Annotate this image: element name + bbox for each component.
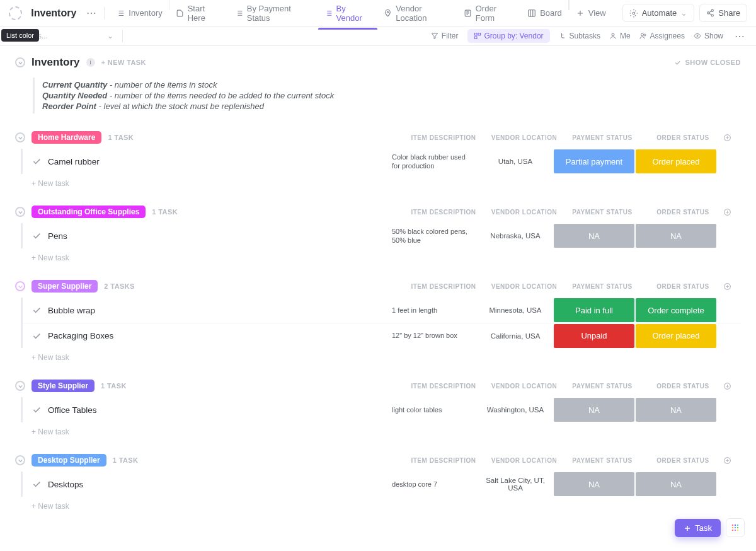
group-tag[interactable]: Style Supplier [32,380,94,392]
payment-status[interactable]: NA [554,398,634,422]
svg-point-21 [737,525,738,526]
task-row[interactable]: Bubble wrap1 feet in lengthMinnesota, US… [23,298,741,323]
new-task-fab[interactable]: Task [675,519,721,537]
group-collapse-icon[interactable] [15,132,25,142]
vendor-location: Washington, USA [478,406,553,414]
new-task-button[interactable]: + New task [15,174,741,188]
new-task-button[interactable]: + New task [15,248,741,262]
tab-order-form[interactable]: ◢Order Form [457,0,521,29]
col-item-description: ITEM DESCRIPTION [401,283,486,290]
col-payment-status: PAYMENT STATUS [562,383,643,390]
order-status[interactable]: Order complete [636,298,716,322]
task-row[interactable]: Pens50% black colored pens, 50% blueNebr… [23,223,741,248]
me-button[interactable]: Me [609,32,631,40]
task-count: 1 TASK [108,134,134,141]
subtasks-icon [559,32,566,40]
users-icon [639,32,647,40]
new-task-button[interactable]: + New task [15,348,741,362]
apps-menu-fab[interactable] [726,518,745,537]
check-icon [674,59,681,66]
group-tag[interactable]: Super Supplier [32,280,98,293]
task-row[interactable]: Packaging Boxes12" by 12" brown boxCalif… [23,323,741,348]
tab-inventory[interactable]: Inventory [110,0,168,29]
add-column-button[interactable] [723,208,741,216]
info-icon[interactable]: i [86,58,95,67]
task-check-icon[interactable] [32,405,42,415]
col-payment-status: PAYMENT STATUS [562,283,643,290]
svg-point-11 [641,33,643,36]
list-name: Inventory [32,56,80,69]
svg-point-12 [644,34,646,36]
new-task-button[interactable]: + New task [15,422,741,436]
payment-status[interactable]: Paid in full [554,298,634,322]
task-check-icon[interactable] [32,305,42,315]
subtasks-button[interactable]: Subtasks [559,32,600,40]
payment-status[interactable]: Partial payment [554,149,634,173]
show-closed-button[interactable]: SHOW CLOSED [674,59,741,66]
tab-start-here[interactable]: ◢Start Here [169,0,229,29]
apps-icon [731,523,740,532]
add-column-button[interactable] [723,134,741,142]
groupby-button[interactable]: Group by: Vendor [467,29,550,43]
search-dropdown-icon[interactable]: ⌄ [107,32,113,40]
group-collapse-icon[interactable] [15,455,25,465]
page-title: Inventory [31,8,76,19]
order-status[interactable]: Order placed [636,324,716,348]
user-icon [609,32,617,40]
order-status[interactable]: Order placed [636,149,716,173]
add-column-button[interactable] [723,282,741,291]
payment-status[interactable]: NA [554,224,634,248]
svg-point-25 [732,530,733,531]
group-collapse-icon[interactable] [15,281,25,291]
group-tag[interactable]: Outstanding Office Supplies [32,206,146,218]
order-status[interactable]: NA [636,398,716,422]
order-status[interactable]: NA [636,224,716,248]
automate-button[interactable]: Automate ⌄ [622,4,695,22]
svg-point-13 [697,35,698,37]
task-count: 1 TASK [101,382,127,390]
order-status[interactable]: NA [636,472,716,496]
topbar: Inventory ⋯ Inventory◢Start Here◢By Paym… [0,0,756,26]
task-row[interactable]: Camel rubberColor black rubber used for … [23,149,741,174]
tab-by-vendor[interactable]: ◢By Vendor [318,0,378,29]
new-task-header-button[interactable]: + NEW TASK [101,59,146,66]
tab-board[interactable]: ◢Board [521,0,568,29]
tab-by-payment-status[interactable]: ◢By Payment Status [229,0,318,29]
task-check-icon[interactable] [32,331,42,341]
task-check-icon[interactable] [32,479,42,489]
task-name: Packaging Boxes [48,331,113,340]
payment-status[interactable]: Unpaid [554,324,634,348]
group-tag[interactable]: Home Hardware [32,131,101,144]
toolbar-more-icon[interactable]: ⋯ [732,28,747,45]
group-tag[interactable]: Desktop Supplier [32,454,106,467]
task-row[interactable]: Desktopsdesktop core 7Salt Lake City, UT… [23,472,741,497]
show-button[interactable]: Show [694,32,723,40]
automate-icon [629,9,638,18]
plus-icon [684,525,691,532]
task-check-icon[interactable] [32,156,42,166]
task-row[interactable]: Office Tableslight color tablesWashingto… [23,397,741,422]
list-logo-icon[interactable] [9,6,22,20]
group-collapse-icon[interactable] [15,207,25,217]
share-button[interactable]: Share [699,4,747,22]
assignees-button[interactable]: Assignees [639,32,685,40]
group-collapse-icon[interactable] [15,381,25,391]
payment-status[interactable]: NA [554,472,634,496]
content: Inventory i + NEW TASK SHOW CLOSED Curre… [0,46,756,551]
col-order-status: ORDER STATUS [643,457,723,464]
task-count: 2 TASKS [104,282,134,290]
svg-point-10 [612,33,614,36]
tab-vendor-location[interactable]: ◢Vendor Location [377,0,457,29]
svg-point-24 [737,527,738,528]
add-column-button[interactable] [723,456,741,465]
filter-button[interactable]: Filter [431,32,459,40]
col-item-description: ITEM DESCRIPTION [401,209,486,216]
more-options-icon[interactable]: ⋯ [84,4,99,21]
add-column-button[interactable] [723,382,741,390]
new-task-button[interactable]: + New task [15,497,741,511]
col-payment-status: PAYMENT STATUS [562,134,643,141]
task-check-icon[interactable] [32,231,42,241]
tab-view[interactable]: View [570,0,612,29]
item-description: desktop core 7 [392,480,478,489]
list-collapse-icon[interactable] [15,57,25,67]
